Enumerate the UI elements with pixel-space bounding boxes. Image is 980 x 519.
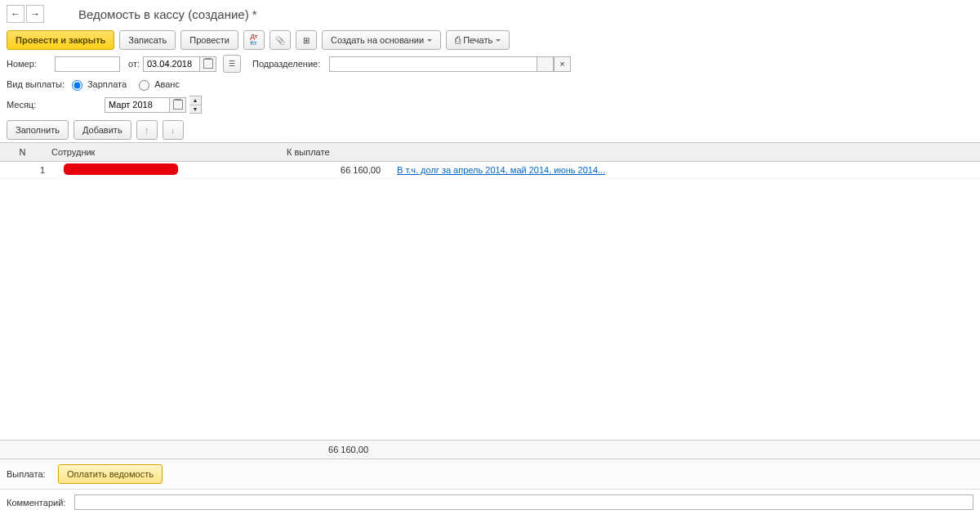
clip-icon: [275, 35, 285, 45]
table-body[interactable]: 1 66 160,00 В т.ч. долг за апрель 2014, …: [0, 162, 980, 440]
create-based-button[interactable]: Создать на основании: [322, 30, 441, 50]
calendar-icon: [203, 59, 213, 69]
cell-n: 1: [0, 165, 57, 175]
fill-button[interactable]: Заполнить: [7, 120, 69, 140]
caret-down-icon: [496, 39, 501, 42]
attach-button[interactable]: [270, 30, 291, 50]
nav-forward-button[interactable]: [26, 5, 44, 23]
arrow-up-icon: [145, 125, 149, 135]
number-label: Номер:: [7, 59, 51, 69]
nav-back-button[interactable]: [7, 5, 24, 23]
doc-icon: ☰: [229, 60, 235, 68]
page-title: Ведомость в кассу (создание) *: [78, 7, 257, 21]
table-footer: 66 160,00: [0, 440, 980, 459]
radio-advance-input[interactable]: [139, 80, 149, 91]
post-button[interactable]: Провести: [180, 30, 238, 50]
dtkt-icon: ДтКт: [250, 34, 257, 47]
move-up-button[interactable]: [136, 120, 158, 140]
col-employee-header[interactable]: Сотрудник: [45, 147, 280, 157]
spin-down-icon[interactable]: ▼: [189, 105, 201, 114]
date-picker-button[interactable]: [200, 56, 216, 72]
month-input[interactable]: [105, 97, 170, 113]
clear-icon: ×: [559, 59, 564, 69]
date-input[interactable]: [143, 56, 200, 72]
cell-amount: 66 160,00: [292, 165, 390, 175]
post-and-close-button[interactable]: Провести и закрыть: [7, 30, 114, 50]
caret-down-icon: [427, 39, 432, 42]
print-button[interactable]: Печать: [446, 30, 510, 50]
print-icon: [455, 34, 461, 46]
pay-document-button[interactable]: Оплатить ведомость: [58, 464, 163, 484]
cell-note: В т.ч. долг за апрель 2014, май 2014, ию…: [390, 165, 980, 175]
total-amount: 66 160,00: [280, 445, 378, 454]
comment-input[interactable]: [74, 494, 973, 510]
table-header: N Сотрудник К выплате: [0, 142, 980, 162]
month-spin[interactable]: ▲ ▼: [189, 96, 202, 114]
from-label: от:: [123, 59, 140, 69]
add-button[interactable]: Добавить: [74, 120, 131, 140]
payout-label: Выплата:: [7, 469, 51, 479]
radio-advance[interactable]: Аванс: [135, 78, 180, 91]
structure-icon: ⊞: [303, 36, 310, 45]
department-label: Подразделение:: [252, 59, 326, 69]
save-button[interactable]: Записать: [119, 30, 176, 50]
department-clear-button[interactable]: ×: [554, 56, 571, 72]
date-aux-button[interactable]: ☰: [223, 55, 241, 73]
radio-salary[interactable]: Зарплата: [68, 78, 127, 91]
arrow-down-icon: [171, 125, 176, 135]
arrow-right-icon: [30, 8, 40, 20]
radio-salary-input[interactable]: [72, 80, 82, 91]
arrow-left-icon: [11, 8, 20, 20]
spin-up-icon[interactable]: ▲: [189, 96, 201, 105]
calendar-icon: [173, 100, 183, 110]
month-label: Месяц:: [7, 100, 51, 110]
redacted-employee: [64, 163, 178, 175]
debt-link[interactable]: В т.ч. долг за апрель 2014, май 2014, ию…: [397, 165, 605, 175]
comment-label: Комментарий:: [7, 498, 68, 508]
number-input[interactable]: [55, 56, 120, 72]
move-down-button[interactable]: [163, 120, 184, 140]
col-n-header[interactable]: N: [0, 147, 45, 157]
debit-credit-button[interactable]: ДтКт: [243, 30, 265, 50]
cell-employee: [57, 163, 292, 177]
department-dropdown-button[interactable]: [537, 56, 554, 72]
col-topay-header[interactable]: К выплате: [280, 147, 378, 157]
pay-type-label: Вид выплаты:: [7, 79, 65, 89]
structure-button[interactable]: ⊞: [296, 30, 317, 50]
department-input[interactable]: [329, 56, 537, 72]
table-row[interactable]: 1 66 160,00 В т.ч. долг за апрель 2014, …: [0, 162, 980, 179]
month-picker-button[interactable]: [170, 97, 186, 113]
